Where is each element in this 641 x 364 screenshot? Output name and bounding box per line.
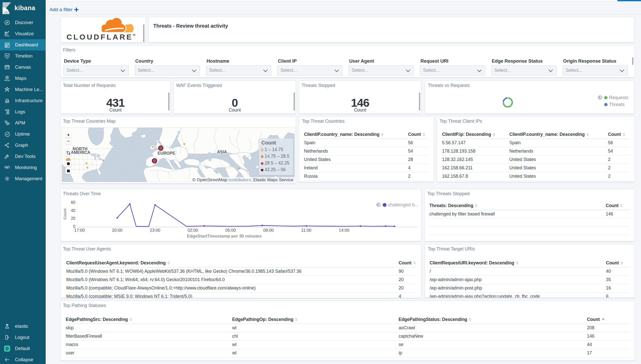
svg-text:D: D <box>6 347 9 351</box>
svg-text:EUROPE: EUROPE <box>158 151 175 155</box>
svg-text:ASIA: ASIA <box>217 150 227 154</box>
svg-text:AMERICA: AMERICA <box>71 150 90 155</box>
